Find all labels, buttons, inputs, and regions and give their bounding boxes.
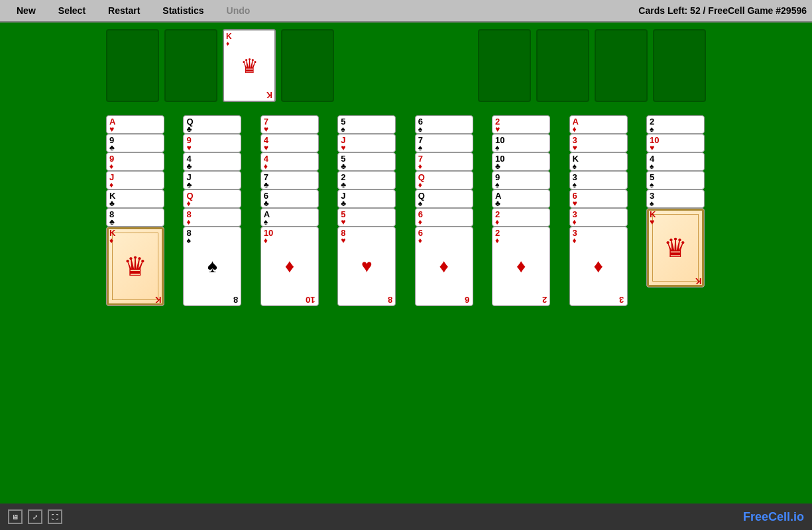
- table-row[interactable]: 9♣: [106, 134, 164, 152]
- table-row[interactable]: A♠: [261, 208, 319, 227]
- table-row[interactable]: ♛K♥K: [646, 208, 705, 288]
- table-row[interactable]: ♦66♦: [415, 227, 473, 306]
- freecell-2[interactable]: [164, 29, 217, 102]
- menu-statistics[interactable]: Statistics: [151, 2, 215, 19]
- table-row[interactable]: 7♥: [261, 115, 319, 134]
- menu-new[interactable]: New: [5, 2, 47, 19]
- column-3: 7♥4♥4♦7♣6♣A♠♦1010♦: [261, 115, 320, 306]
- table-row[interactable]: ♦1010♦: [261, 227, 319, 306]
- table-row[interactable]: 4♦: [261, 152, 319, 171]
- table-row[interactable]: 6♠: [415, 115, 473, 134]
- table-row[interactable]: ♛K♦K: [106, 227, 164, 306]
- column-5: 6♠7♠7♦Q♦Q♠6♦♦66♦: [415, 115, 475, 306]
- freecell-logo-text: FreeCell.io: [743, 510, 804, 523]
- table-row[interactable]: 3♠: [569, 171, 628, 189]
- table-row[interactable]: 6♣: [261, 189, 319, 208]
- column-4: 5♠J♥5♣2♣J♣5♥♥88♥: [337, 115, 397, 306]
- table-row[interactable]: 2♥: [492, 115, 550, 134]
- table-row[interactable]: 10♣: [492, 152, 550, 171]
- foundations: [478, 29, 706, 102]
- table-row[interactable]: 4♥: [261, 134, 319, 152]
- freecell-4[interactable]: [281, 29, 334, 102]
- table-row[interactable]: 3♠: [646, 189, 705, 208]
- table-row[interactable]: 9♥: [183, 134, 241, 152]
- column-2: Q♣9♥4♣J♣Q♦8♦♠88♠: [183, 115, 243, 306]
- table-row[interactable]: ♦33♦: [569, 227, 628, 306]
- table-row[interactable]: Q♠: [415, 189, 473, 208]
- table-row[interactable]: K♣: [106, 189, 164, 208]
- free-cells: K ♦ ♛ K: [106, 29, 334, 102]
- table-row[interactable]: ♦22♦: [492, 227, 550, 306]
- freecell-1[interactable]: [106, 29, 159, 102]
- table-row[interactable]: 5♥: [337, 208, 396, 227]
- table-row[interactable]: 7♣: [261, 171, 319, 189]
- table-row[interactable]: 6♥: [569, 189, 628, 208]
- table-row[interactable]: 6♦: [415, 208, 473, 227]
- king-body: ♛: [241, 54, 259, 78]
- table-row[interactable]: ♠88♠: [183, 227, 241, 306]
- table-row[interactable]: A♣: [492, 189, 550, 208]
- statusbar: 🖥 ⤢ ⛶ FreeCell.io: [0, 504, 812, 530]
- column-7: A♦3♥K♠3♠6♥3♦♦33♦: [569, 115, 629, 306]
- game-area: K ♦ ♛ K A♥9♣9♦J♦K♣8♣♛K♦KQ♣9♥4♣J♣Q♦8♦♠88♠…: [0, 23, 812, 504]
- table-row[interactable]: J♣: [337, 189, 396, 208]
- menu-select[interactable]: Select: [47, 2, 97, 19]
- table-row[interactable]: 3♥: [569, 134, 628, 152]
- top-row: K ♦ ♛ K: [106, 29, 706, 102]
- table-row[interactable]: Q♣: [183, 115, 241, 134]
- table-row[interactable]: A♥: [106, 115, 164, 134]
- resize-icon[interactable]: ⤢: [28, 509, 42, 524]
- table-row[interactable]: Q♦: [415, 171, 473, 189]
- table-row[interactable]: Q♦: [183, 189, 241, 208]
- table-row[interactable]: 8♦: [183, 208, 241, 227]
- foundation-3[interactable]: [595, 29, 648, 102]
- table-row[interactable]: 4♣: [183, 152, 241, 171]
- column-8: 2♠10♥4♠5♠3♠♛K♥K: [646, 115, 706, 306]
- game-status: Cards Left: 52 / FreeCell Game #29596: [638, 5, 807, 16]
- table-row[interactable]: J♣: [183, 171, 241, 189]
- king-rank-br: K: [266, 90, 272, 99]
- table-row[interactable]: 2♠: [646, 115, 705, 134]
- monitor-icon[interactable]: 🖥: [8, 509, 23, 524]
- table-row[interactable]: 4♠: [646, 152, 705, 171]
- table-row[interactable]: 9♦: [106, 152, 164, 171]
- table-row[interactable]: 8♣: [106, 208, 164, 227]
- freecell-logo: FreeCell.io: [743, 510, 804, 524]
- menubar: New Select Restart Statistics Undo Cards…: [0, 0, 812, 23]
- menu-undo[interactable]: Undo: [215, 2, 262, 19]
- table-row[interactable]: 5♣: [337, 152, 396, 171]
- table-row[interactable]: 2♦: [492, 208, 550, 227]
- column-6: 2♥10♠10♣9♠A♣2♦♦22♦: [492, 115, 551, 306]
- table-row[interactable]: ♥88♥: [337, 227, 396, 306]
- card-columns: A♥9♣9♦J♦K♣8♣♛K♦KQ♣9♥4♣J♣Q♦8♦♠88♠7♥4♥4♦7♣…: [106, 115, 706, 306]
- table-row[interactable]: J♥: [337, 134, 396, 152]
- status-icons: 🖥 ⤢ ⛶: [8, 509, 62, 524]
- foundation-2[interactable]: [536, 29, 589, 102]
- foundation-4[interactable]: [653, 29, 706, 102]
- foundation-1[interactable]: [478, 29, 531, 102]
- table-row[interactable]: 7♠: [415, 134, 473, 152]
- freecell-3-king[interactable]: K ♦ ♛ K: [223, 29, 276, 102]
- table-row[interactable]: 5♠: [646, 171, 705, 189]
- table-row[interactable]: 7♦: [415, 152, 473, 171]
- table-row[interactable]: A♦: [569, 115, 628, 134]
- table-row[interactable]: 9♠: [492, 171, 550, 189]
- table-row[interactable]: K♠: [569, 152, 628, 171]
- table-row[interactable]: 10♠: [492, 134, 550, 152]
- menu-restart[interactable]: Restart: [97, 2, 151, 19]
- table-row[interactable]: 2♣: [337, 171, 396, 189]
- king-suit: ♦: [226, 40, 229, 47]
- column-1: A♥9♣9♦J♦K♣8♣♛K♦K: [106, 115, 166, 306]
- table-row[interactable]: 3♦: [569, 208, 628, 227]
- expand-icon[interactable]: ⛶: [48, 509, 62, 524]
- table-row[interactable]: 10♥: [646, 134, 705, 152]
- table-row[interactable]: J♦: [106, 171, 164, 189]
- table-row[interactable]: 5♠: [337, 115, 396, 134]
